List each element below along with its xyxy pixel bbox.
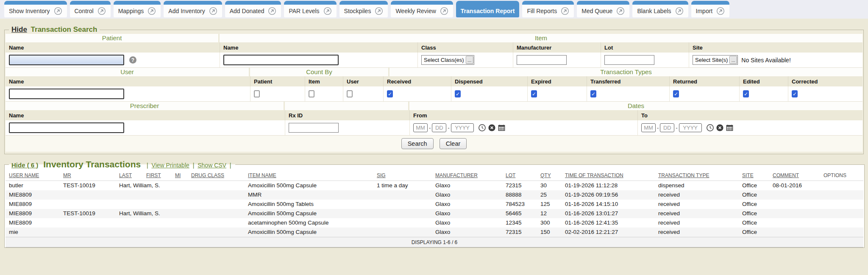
show-csv-link[interactable]: Show CSV bbox=[198, 162, 226, 169]
clear-button[interactable]: Clear bbox=[440, 138, 467, 149]
to-year-input[interactable] bbox=[679, 123, 702, 132]
user-name-label: Name bbox=[6, 76, 250, 86]
tab-mappings[interactable]: Mappings bbox=[114, 1, 161, 17]
column-header-qty[interactable]: QTY bbox=[540, 172, 551, 178]
from-day-input[interactable] bbox=[432, 123, 446, 132]
cell bbox=[769, 218, 820, 228]
tab-label: Stockpiles bbox=[344, 8, 371, 14]
tab-blank-labels[interactable]: Blank Labels bbox=[632, 1, 688, 17]
column-header-first[interactable]: FIRST bbox=[146, 172, 161, 178]
patient-name-label: Name bbox=[6, 42, 220, 53]
tab-add-donated[interactable]: Add Donated bbox=[225, 1, 281, 17]
site-picker-ellipsis-button[interactable]: ... bbox=[729, 56, 737, 64]
class-picker-ellipsis-button[interactable]: ... bbox=[466, 56, 473, 64]
item-checkbox[interactable]: ✓ bbox=[309, 90, 314, 97]
to-month-input[interactable] bbox=[641, 123, 656, 132]
manufacturer-cell bbox=[513, 53, 601, 67]
calendar-icon[interactable] bbox=[498, 124, 506, 132]
cell: Office bbox=[739, 228, 769, 237]
column-header-drug-class[interactable]: DRUG CLASS bbox=[191, 172, 224, 178]
tab-add-inventory[interactable]: Add Inventory bbox=[164, 1, 222, 17]
tab-stockpiles[interactable]: Stockpiles bbox=[339, 1, 388, 17]
column-header-mi[interactable]: MI bbox=[175, 172, 181, 178]
column-header-transaction-type[interactable]: TRANSACTION TYPE bbox=[658, 172, 709, 178]
cell: Glaxo bbox=[432, 200, 502, 209]
clock-icon[interactable] bbox=[706, 124, 714, 132]
cell: 72315 bbox=[502, 181, 537, 191]
tab-control[interactable]: Control bbox=[70, 1, 111, 17]
calendar-icon[interactable] bbox=[726, 124, 734, 132]
tab-fill-reports[interactable]: Fill Reports bbox=[522, 1, 574, 17]
column-header-sig[interactable]: SIG bbox=[377, 172, 386, 178]
item-name-input[interactable] bbox=[223, 55, 339, 65]
prescriber-name-input[interactable] bbox=[9, 122, 124, 133]
site-picker[interactable]: Select Site(s) ... bbox=[693, 55, 738, 65]
tab-par-levels[interactable]: PAR Levels bbox=[284, 1, 336, 17]
dispensed-checkbox[interactable]: ✓ bbox=[455, 90, 461, 97]
tab-label: Med Queue bbox=[581, 8, 612, 14]
patient-name-input[interactable] bbox=[9, 55, 124, 65]
from-month-input[interactable] bbox=[413, 123, 428, 132]
clock-icon[interactable] bbox=[478, 124, 486, 132]
column-header-site[interactable]: SITE bbox=[742, 172, 754, 178]
edited-checkbox[interactable]: ✓ bbox=[743, 90, 749, 97]
column-header-user-name[interactable]: USER NAME bbox=[9, 172, 39, 178]
corrected-checkbox[interactable]: ✓ bbox=[792, 90, 798, 97]
cell: Amoxicillin 500mg Capsule bbox=[245, 181, 373, 191]
user-name-input[interactable] bbox=[9, 89, 124, 99]
cell: 125 bbox=[537, 200, 562, 209]
returned-checkbox[interactable]: ✓ bbox=[673, 90, 679, 97]
from-year-input[interactable] bbox=[451, 123, 474, 132]
popout-icon bbox=[675, 7, 684, 15]
input-row-1: ? Select Class(es) ... Select Site(s) bbox=[6, 53, 862, 68]
prescriber-section-header: Prescriber bbox=[6, 102, 285, 110]
tab-import[interactable]: Import bbox=[691, 1, 730, 17]
patient-checkbox[interactable]: ✓ bbox=[254, 90, 260, 97]
clear-date-icon[interactable] bbox=[488, 124, 496, 132]
blank-section-header bbox=[285, 102, 409, 110]
returned-checkbox-cell: ✓ bbox=[669, 86, 739, 101]
user-section-header: User bbox=[6, 68, 250, 76]
class-cell: Select Class(es) ... bbox=[417, 53, 513, 67]
cell: 01-16-2026 12:41:35 bbox=[562, 218, 655, 228]
transferred-label: Transferred bbox=[587, 76, 669, 86]
rx-id-input[interactable] bbox=[289, 123, 339, 133]
user-label: User bbox=[343, 76, 383, 86]
inventory-transactions-legend: Hide ( 6 ) Inventory Transactions | View… bbox=[9, 159, 235, 169]
view-printable-link[interactable]: View Printable bbox=[152, 162, 189, 169]
received-checkbox[interactable]: ✓ bbox=[387, 90, 393, 97]
table-header-row: USER NAMEMRLASTFIRSTMIDRUG CLASSITEM NAM… bbox=[6, 169, 863, 181]
search-button[interactable]: Search bbox=[401, 138, 434, 149]
hide-search-link[interactable]: Hide bbox=[11, 25, 27, 33]
cell: Amoxicillin 500mg Tablets bbox=[245, 200, 373, 209]
cell: MMR bbox=[245, 190, 373, 200]
cell: butler bbox=[6, 181, 60, 191]
column-header-lot[interactable]: LOT bbox=[506, 172, 515, 178]
cell: MIE8809 bbox=[6, 209, 60, 218]
column-header-time-of-transaction[interactable]: TIME OF TRANSACTION bbox=[565, 172, 623, 178]
hide-results-link[interactable]: Hide ( 6 ) bbox=[11, 161, 38, 169]
cell: MIE8809 bbox=[6, 218, 60, 228]
transferred-checkbox[interactable]: ✓ bbox=[590, 90, 596, 97]
column-header-item-name[interactable]: ITEM NAME bbox=[248, 172, 276, 178]
tab-transaction-report[interactable]: Transaction Report bbox=[456, 1, 520, 17]
lot-input[interactable] bbox=[604, 55, 654, 65]
expired-checkbox[interactable]: ✓ bbox=[531, 90, 537, 97]
tab-show-inventory[interactable]: Show Inventory bbox=[4, 1, 67, 17]
tab-med-queue[interactable]: Med Queue bbox=[577, 1, 629, 17]
cell: mie bbox=[6, 228, 60, 237]
manufacturer-input[interactable] bbox=[517, 55, 567, 65]
column-header-mr[interactable]: MR bbox=[63, 172, 71, 178]
cell: 88888 bbox=[502, 190, 537, 200]
column-header-comment[interactable]: COMMENT bbox=[773, 172, 799, 178]
clear-date-icon[interactable] bbox=[716, 124, 724, 132]
tab-weekly-review[interactable]: Weekly Review bbox=[391, 1, 453, 17]
column-header-manufacturer[interactable]: MANUFACTURER bbox=[435, 172, 478, 178]
to-day-input[interactable] bbox=[660, 123, 674, 132]
cell: received bbox=[655, 228, 739, 237]
user-checkbox[interactable]: ✓ bbox=[347, 90, 353, 97]
class-picker[interactable]: Select Class(es) ... bbox=[421, 55, 474, 65]
column-header-last[interactable]: LAST bbox=[119, 172, 132, 178]
question-icon[interactable]: ? bbox=[129, 56, 136, 64]
cell: received bbox=[655, 218, 739, 228]
